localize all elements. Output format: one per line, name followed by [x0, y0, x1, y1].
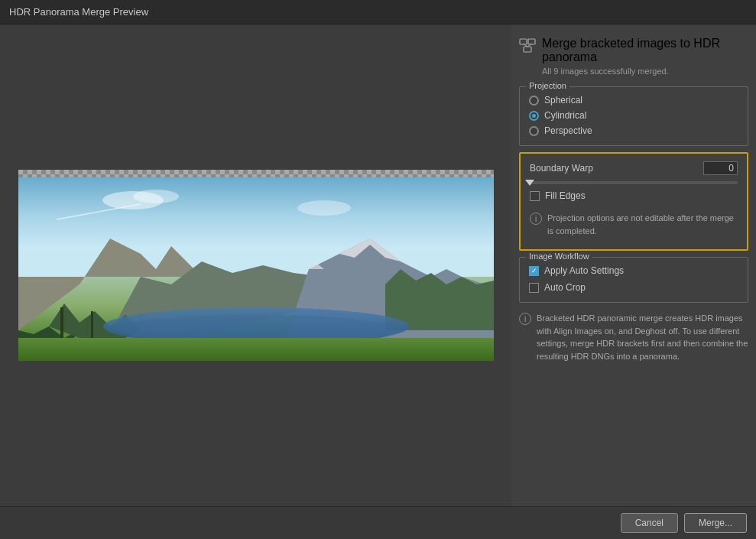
dialog-title: HDR Panorama Merge Preview: [9, 6, 148, 18]
info-icon-bottom: i: [519, 313, 531, 325]
preview-area: [0, 24, 511, 506]
cancel-button[interactable]: Cancel: [621, 513, 678, 533]
fill-edges-label: Fill Edges: [545, 190, 586, 201]
merge-title: Merge bracketed images to HDR panorama: [542, 37, 748, 64]
radio-btn-spherical[interactable]: [529, 96, 539, 106]
slider-container: [530, 181, 738, 184]
boundary-info-text: Projection options are not editable afte…: [547, 212, 738, 237]
right-panel: Merge bracketed images to HDR panorama A…: [511, 24, 756, 506]
svg-point-15: [133, 190, 179, 203]
radio-label-spherical: Spherical: [544, 95, 582, 106]
radio-btn-cylindrical[interactable]: [529, 111, 539, 121]
bottom-info-text: Bracketed HDR panoramic merge creates HD…: [537, 312, 748, 362]
bottom-info: i Bracketed HDR panoramic merge creates …: [519, 309, 748, 498]
boundary-info-row: i Projection options are not editable af…: [530, 209, 738, 240]
merge-button[interactable]: Merge...: [684, 513, 747, 533]
info-icon-boundary: i: [530, 213, 542, 225]
boundary-header: Boundary Warp: [530, 161, 738, 175]
slider-thumb[interactable]: [525, 180, 534, 186]
fill-edges-checkbox[interactable]: [530, 191, 540, 201]
panorama-svg: [18, 177, 494, 361]
panorama-container: [18, 170, 494, 361]
svg-rect-0: [18, 177, 494, 277]
svg-point-16: [297, 200, 351, 216]
merge-subtitle: All 9 images successfully merged.: [542, 67, 748, 76]
radio-label-cylindrical: Cylindrical: [544, 110, 586, 121]
projection-group-title: Projection: [526, 81, 569, 90]
slider-track[interactable]: [530, 181, 738, 184]
merge-header: Merge bracketed images to HDR panorama A…: [519, 32, 748, 80]
apply-auto-settings-row[interactable]: Apply Auto Settings: [529, 265, 738, 276]
merge-header-text: Merge bracketed images to HDR panorama A…: [542, 37, 748, 76]
panorama-image: [18, 177, 494, 361]
merge-icon: [519, 37, 536, 54]
auto-crop-row[interactable]: Auto Crop: [529, 282, 738, 293]
svg-rect-13: [91, 311, 93, 338]
boundary-warp-group: Boundary Warp Fill Edges i Projection op…: [519, 152, 748, 251]
footer: Cancel Merge...: [0, 506, 756, 539]
radio-btn-perspective[interactable]: [529, 126, 539, 136]
auto-crop-label: Auto Crop: [544, 282, 586, 293]
projection-group: Projection Spherical Cylindrical Perspec…: [519, 86, 748, 146]
apply-auto-settings-checkbox[interactable]: [529, 266, 539, 276]
boundary-warp-label: Boundary Warp: [530, 163, 593, 174]
workflow-group-title: Image Workflow: [526, 252, 592, 261]
boundary-warp-value[interactable]: [703, 161, 738, 175]
fill-edges-row[interactable]: Fill Edges: [530, 190, 738, 201]
image-workflow-group: Image Workflow Apply Auto Settings Auto …: [519, 257, 748, 303]
svg-rect-11: [18, 338, 494, 361]
radio-label-perspective: Perspective: [544, 125, 592, 136]
radio-cylindrical[interactable]: Cylindrical: [529, 110, 738, 121]
auto-crop-checkbox[interactable]: [529, 283, 539, 293]
radio-spherical[interactable]: Spherical: [529, 95, 738, 106]
radio-perspective[interactable]: Perspective: [529, 125, 738, 136]
apply-auto-settings-label: Apply Auto Settings: [544, 265, 624, 276]
svg-rect-20: [524, 47, 531, 52]
svg-rect-12: [60, 307, 63, 338]
